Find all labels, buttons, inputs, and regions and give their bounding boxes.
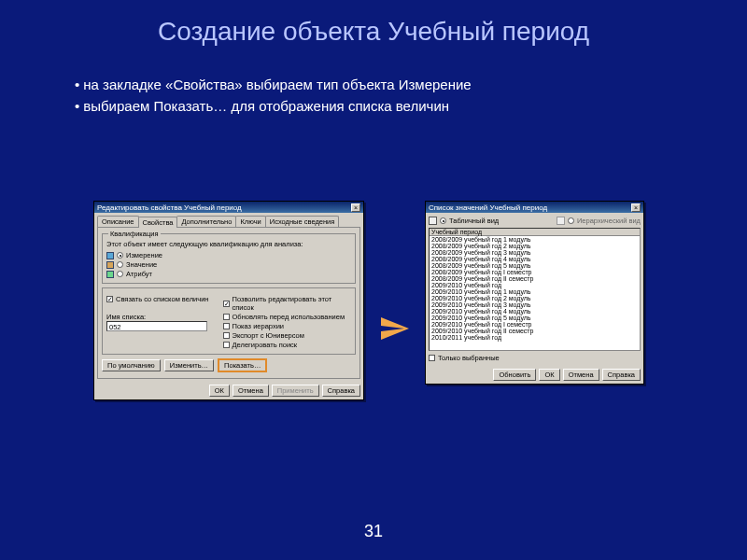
- edit-button[interactable]: Изменить…: [164, 359, 214, 371]
- help-button[interactable]: Справка: [322, 385, 360, 397]
- radio-atribut[interactable]: Атрибут: [106, 270, 351, 278]
- help-button[interactable]: Справка: [602, 369, 641, 381]
- chk-hierarchy[interactable]: Показ иерархии: [223, 322, 351, 330]
- tab-row: Описание Свойства Дополнительно Ключи Ис…: [94, 213, 363, 227]
- close-icon[interactable]: ×: [351, 203, 360, 212]
- list-item[interactable]: 2009/2010 учебный год 1 модуль: [430, 288, 640, 295]
- list-item[interactable]: 2009/2010 учебный год 4 модуль: [430, 308, 640, 315]
- values-list-dialog: Список значений Учебный период × Табличн…: [425, 201, 644, 385]
- list-item[interactable]: 2009/2010 учебный год: [430, 282, 640, 288]
- qualification-group-label: Квалификация: [108, 230, 161, 238]
- list-name-label: Имя списка:: [106, 313, 219, 321]
- list-item[interactable]: 2009/2010 учебный год I семестр: [430, 321, 640, 328]
- slide-title: Создание объекта Учебный период: [0, 0, 747, 47]
- page-number: 31: [364, 522, 383, 541]
- show-button[interactable]: Показать…: [218, 358, 267, 372]
- only-selected-checkbox[interactable]: Только выбранные: [429, 354, 641, 362]
- chk-delegate[interactable]: Делегировать поиск: [223, 341, 351, 349]
- dialog-title: Редактировать свойства Учебный период: [97, 203, 242, 212]
- bullet-list: •на закладке «Свойства» выбираем тип объ…: [75, 75, 747, 117]
- cancel-button[interactable]: Отмена: [233, 385, 269, 397]
- tab-dopolnitelno[interactable]: Дополнительно: [176, 216, 236, 227]
- cancel-button[interactable]: Отмена: [563, 369, 599, 381]
- list-item[interactable]: 2008/2009 учебный год 4 модуль: [430, 256, 640, 262]
- list-item[interactable]: 2009/2010 учебный год 3 модуль: [430, 301, 640, 308]
- list-item[interactable]: 2010/2011 учебный год: [430, 334, 640, 341]
- ok-button[interactable]: ОК: [209, 385, 230, 397]
- tab-ishodnye[interactable]: Исходные сведения: [265, 216, 340, 227]
- radio-izmerenie[interactable]: Измерение: [106, 251, 351, 259]
- close-icon[interactable]: ×: [631, 203, 641, 212]
- list-item[interactable]: 2008/2009 учебный год I семестр: [430, 269, 640, 275]
- properties-dialog: Редактировать свойства Учебный период × …: [93, 201, 364, 400]
- list-item[interactable]: 2009/2010 учебный год 2 модуль: [430, 295, 640, 301]
- bullet-1: на закладке «Свойства» выбираем тип объе…: [83, 77, 471, 92]
- dialog-title: Список значений Учебный период: [429, 203, 547, 212]
- tab-svoistva[interactable]: Свойства: [138, 217, 178, 228]
- list-item[interactable]: 2008/2009 учебный год 2 модуль: [430, 243, 640, 249]
- view-table-radio[interactable]: Табличный вид: [429, 217, 499, 225]
- dimension-icon: [106, 252, 114, 259]
- chk-allow-edit[interactable]: Позволить редактировать этот список: [223, 295, 351, 312]
- qualification-desc: Этот объект имеет следующую квалификацию…: [106, 240, 351, 248]
- table-view-icon: [429, 217, 437, 225]
- bullet-2: выбираем Показать… для отображения списк…: [83, 98, 449, 114]
- list-item[interactable]: 2008/2009 учебный год 5 модуль: [430, 262, 640, 269]
- default-button[interactable]: По умолчанию: [102, 359, 161, 371]
- tab-opisanie[interactable]: Описание: [97, 216, 139, 227]
- tree-view-icon: [557, 217, 565, 225]
- list-header: Учебный период: [430, 229, 640, 236]
- chk-export[interactable]: Экспорт с Юниверсом: [223, 331, 351, 340]
- view-tree-radio[interactable]: Иерархический вид: [557, 217, 641, 225]
- ok-button[interactable]: ОК: [539, 369, 559, 381]
- refresh-button[interactable]: Обновить: [493, 369, 536, 381]
- apply-button[interactable]: Применить: [272, 385, 319, 397]
- list-item[interactable]: 2009/2010 учебный год 5 модуль: [430, 315, 640, 321]
- list-item[interactable]: 2009/2010 учебный год II семестр: [430, 328, 640, 334]
- list-item[interactable]: 2008/2009 учебный год 1 модуль: [430, 236, 640, 243]
- list-item[interactable]: 2008/2009 учебный год 3 модуль: [430, 249, 640, 256]
- attribute-icon: [106, 271, 114, 278]
- list-body[interactable]: 2008/2009 учебный год 1 модуль2008/2009 …: [430, 236, 640, 341]
- tab-klyuchi[interactable]: Ключи: [235, 216, 265, 227]
- list-name-input[interactable]: 052: [106, 321, 207, 331]
- radio-znachenie[interactable]: Значение: [106, 260, 351, 269]
- link-list-checkbox[interactable]: Связать со списком величин: [106, 295, 219, 303]
- arrow-icon: [381, 317, 409, 340]
- measure-icon: [106, 261, 114, 269]
- chk-refresh[interactable]: Обновлять перед использованием: [223, 313, 351, 321]
- list-item[interactable]: 2008/2009 учебный год II семестр: [430, 275, 640, 282]
